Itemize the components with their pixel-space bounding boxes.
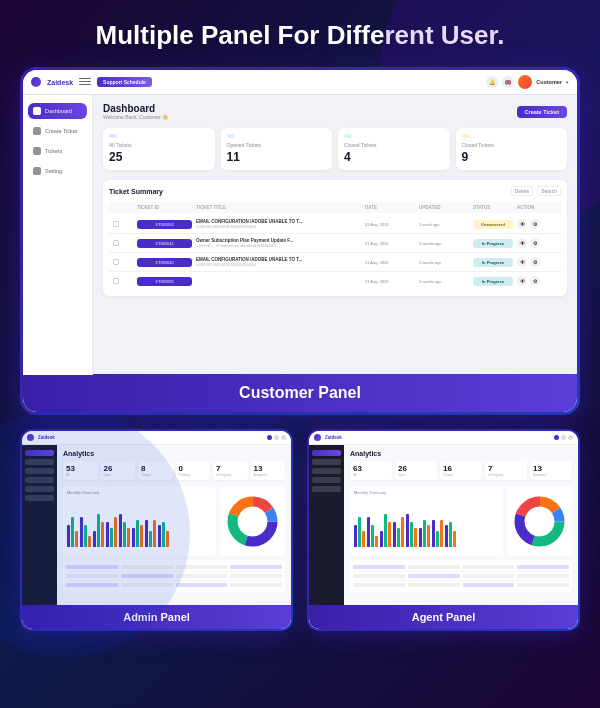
admin-stat-val-6: 13 [254,464,283,473]
admin-app-name: Zaidesk [38,435,55,440]
cell [66,583,118,587]
bar [88,536,91,547]
ticket-title-block-2: Owner Subscription Plan Payment Update F… [196,238,361,248]
eye-icon[interactable]: 👁 [517,238,527,248]
cell [517,583,569,587]
ticket-title-text-1: EMAIL CONFIGURATION /ADOBE UNABLE TO T..… [196,219,361,224]
row-checkbox[interactable] [113,278,119,284]
support-button[interactable]: Support Schedule [97,77,152,87]
hamburger-icon[interactable] [79,78,91,86]
row-checkbox[interactable] [113,221,119,227]
flag-icon[interactable]: 🇬🇧 [502,76,514,88]
stat-label-3: Closed Tickets [344,142,444,148]
bar [375,536,378,547]
bar [93,531,96,548]
bar-group [367,517,378,547]
agent-stat-4: 7 In Progress [485,461,527,480]
settings-icon-row[interactable]: ⚙ [530,257,540,267]
agent-stat-3: 16 Closed [440,461,482,480]
col-action: Action [517,205,557,210]
x-axis: J F M A M J J A [354,547,499,552]
agent-page-title: Analytics [350,450,572,457]
cell [408,565,460,569]
bell-icon[interactable]: 🔔 [486,76,498,88]
eye-icon[interactable]: 👁 [517,219,527,229]
admin-charts-row: Monthly Summary J F M A M [63,486,285,556]
bar-group [93,514,104,547]
agent-sidebar-5 [312,486,341,492]
bar-group [419,520,430,548]
bar [427,525,430,547]
eye-icon[interactable]: 👁 [517,276,527,286]
cell [517,574,569,578]
cell [176,565,228,569]
ticket-date-3: 21 Aug, 2023 [365,260,415,265]
agent-stat-val-5: 13 [533,464,569,473]
nav-dot-1 [267,435,272,440]
avatar[interactable] [518,75,532,89]
agent-stat-lbl-2: Open [398,473,434,477]
cell [230,574,282,578]
bar-group [80,517,91,547]
bar-group [119,514,130,547]
agent-sidebar-2 [312,459,341,465]
delete-button[interactable]: Delete [511,186,533,196]
row-checkbox[interactable] [113,259,119,265]
agent-panel-label: Agent Panel [309,605,578,629]
agent-sidebar-3 [312,468,341,474]
agent-stat-lbl-5: Answered [533,473,569,477]
sidebar-item-create-ticket[interactable]: Create Ticket [28,123,87,139]
sidebar-item-setting[interactable]: Setting [28,163,87,179]
bar-group [132,520,143,548]
cell [353,574,405,578]
dashboard-title: Dashboard [103,103,168,114]
create-ticket-button[interactable]: Create Ticket [517,106,567,118]
cp-main-header: Dashboard Welcome Back, Customer 👋 Creat… [103,103,567,120]
sidebar-item-dashboard[interactable]: Dashboard [28,103,87,119]
bar-group [106,517,117,547]
ticket-title-text-3: EMAIL CONFIGURATION /ADOBE UNABLE TO T..… [196,257,361,262]
bar-group [393,517,404,547]
ticket-actions-1: 👁 ⚙ [517,219,557,229]
admin-stat-3: 8 Closed [138,461,173,480]
page-title: Multiple Panel For Different User. [20,20,580,51]
sp-table-row [66,572,282,581]
eye-icon[interactable]: 👁 [517,257,527,267]
settings-icon-row[interactable]: ⚙ [530,276,540,286]
col-updated: Updated [419,205,469,210]
settings-icon-row[interactable]: ⚙ [530,219,540,229]
ticket-id-2: ST080041 [137,239,192,248]
admin-panel-inner: Zaidesk [22,431,291,629]
sidebar-setting-label: Setting [45,168,62,174]
search-ticket-input[interactable]: Search [537,186,561,196]
bar [71,517,74,547]
sidebar-item-tickets[interactable]: Tickets [28,143,87,159]
stat-dot-3 [344,134,352,138]
bar [406,514,409,547]
agent-stats-row: 63 All 26 Open 16 Closed [350,461,572,480]
admin-stat-val-3: 8 [141,464,170,473]
bar-chart-area [67,497,212,547]
agent-bar-chart-area [354,497,499,547]
admin-sidebar-4 [25,477,54,483]
agent-charts-row: Monthly Summary J F M A M J [350,486,572,556]
cell [121,574,173,578]
agent-stat-val-3: 16 [443,464,479,473]
row-checkbox[interactable] [113,240,119,246]
pie-svg [225,494,280,549]
ticket-summary-header: Ticket Summary Delete Search [109,186,561,196]
bar [440,520,443,548]
stat-label-1: All Tickets [109,142,209,148]
settings-icon-row[interactable]: ⚙ [530,238,540,248]
agent-stat-val-2: 26 [398,464,434,473]
dashboard-subtitle: Welcome Back, Customer 👋 [103,114,168,120]
table-row: ST080095 21 Aug, 2023 2 weeks ago In Pro… [109,272,561,290]
ticket-updated-3: 2 weeks ago [419,260,469,265]
admin-stat-5: 7 In Progress [213,461,248,480]
customer-panel-label: Customer Panel [23,374,577,412]
sp-table-row [353,563,569,572]
nav-dot-2 [274,435,279,440]
bar [149,531,152,548]
ticket-status-1: Unanswered [473,220,513,229]
agent-stat-lbl-1: All [353,473,389,477]
